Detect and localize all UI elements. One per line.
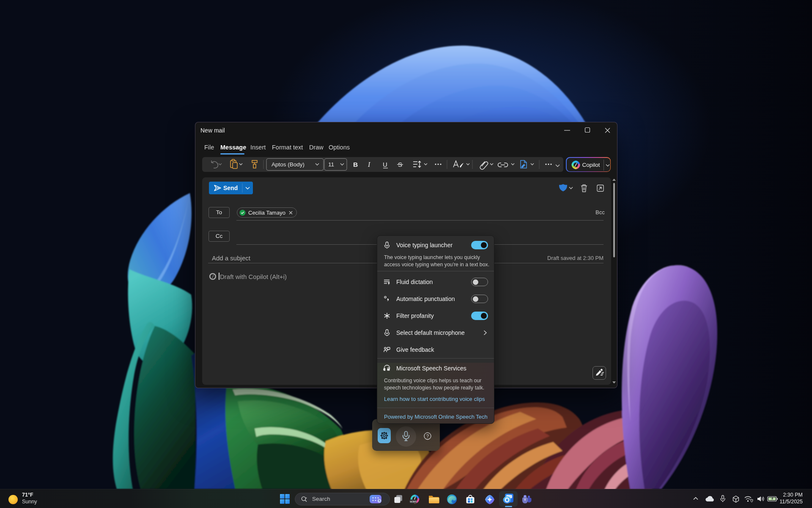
svg-text:Send: Send (223, 185, 238, 191)
svg-text:T: T (524, 498, 526, 502)
svg-text:B: B (353, 161, 358, 168)
svg-text:?: ? (426, 433, 429, 439)
svg-text:I: I (368, 161, 370, 168)
svg-text:11: 11 (328, 161, 334, 168)
svg-text:U: U (383, 161, 387, 168)
svg-text:Aptos (Body): Aptos (Body) (272, 161, 304, 168)
svg-text:M365: M365 (410, 500, 417, 503)
